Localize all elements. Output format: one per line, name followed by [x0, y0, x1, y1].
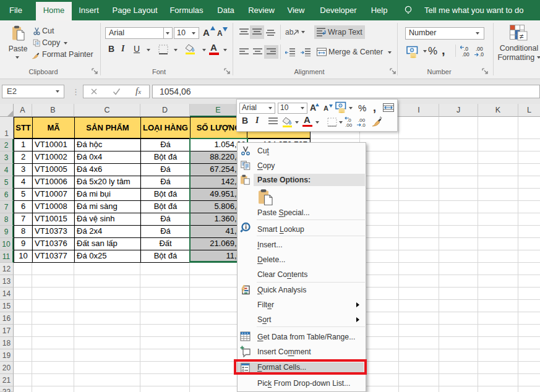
svg-text:ab: ab: [285, 28, 294, 36]
svg-text:.00: .00: [462, 51, 469, 56]
svg-text:.00: .00: [345, 122, 353, 127]
svg-text:≠: ≠: [520, 32, 524, 41]
svg-text:.0: .0: [361, 122, 366, 127]
svg-text:.0: .0: [479, 51, 484, 56]
